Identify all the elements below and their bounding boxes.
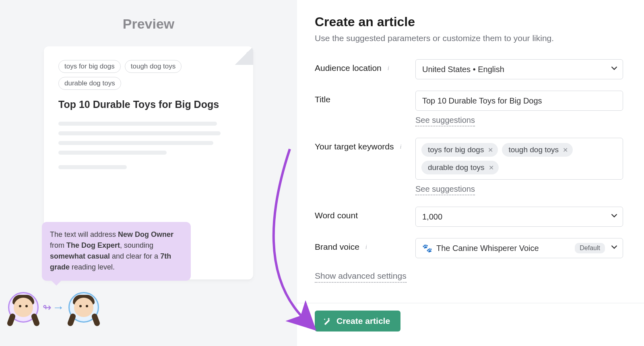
callout-text: and clear for a <box>110 252 160 260</box>
callout-tail-icon <box>51 280 62 286</box>
row-title: Title Top 10 Durable Toys for Big Dogs S… <box>315 91 623 126</box>
title-see-suggestions-link[interactable]: See suggestions <box>415 116 475 126</box>
callout-text: The text will address <box>50 230 118 238</box>
select-value: The Canine Whisperer Voice <box>436 244 539 253</box>
label-text: Brand voice <box>315 242 359 252</box>
placeholder-line <box>58 151 167 155</box>
input-value: Top 10 Durable Toys for Big Dogs <box>422 96 542 106</box>
chevron-down-icon <box>611 245 617 251</box>
callout-audience: New Dog Owner <box>118 230 173 238</box>
keyword-chip: toys for big dogs ✕ <box>421 143 498 157</box>
label-word-count: Word count <box>315 207 415 220</box>
select-value: United States • English <box>422 65 504 74</box>
label-audience-location: Audience location i <box>315 59 415 73</box>
keyword-text: tough dog toys <box>508 145 559 154</box>
preview-tags: toys for big dogs tough dog toys durable… <box>58 60 239 90</box>
preview-tag: tough dog toys <box>125 60 182 73</box>
placeholder-line <box>58 122 217 126</box>
keyword-chip: durable dog toys ✕ <box>421 161 499 174</box>
label-text: Title <box>315 95 330 104</box>
footer-divider <box>297 303 644 303</box>
placeholder-line <box>58 141 213 145</box>
title-input[interactable]: Top 10 Durable Toys for Big Dogs <box>415 91 623 111</box>
callout-text: , sounding <box>120 241 153 249</box>
default-badge: Default <box>575 243 605 253</box>
info-icon[interactable]: i <box>397 143 405 150</box>
keyword-text: toys for big dogs <box>428 145 484 154</box>
swap-arrow-icon: ↬→ <box>43 300 64 314</box>
show-advanced-settings-link[interactable]: Show advanced settings <box>315 271 407 283</box>
callout-text: reading level. <box>70 263 115 271</box>
label-brand-voice: Brand voice i <box>315 238 415 252</box>
keyword-chip: tough dog toys ✕ <box>502 143 573 157</box>
callout-brand: The Dog Expert <box>66 241 120 249</box>
row-keywords: Your target keywords i toys for big dogs… <box>315 138 623 195</box>
preview-article-title: Top 10 Durable Toys for Big Dogs <box>58 99 239 110</box>
remove-keyword-icon[interactable]: ✕ <box>563 146 568 154</box>
callout-text: from <box>50 241 66 249</box>
keyword-text: durable dog toys <box>428 163 485 172</box>
avatar-from <box>8 292 39 323</box>
tone-callout: The text will address New Dog Owner from… <box>42 222 191 281</box>
keywords-input[interactable]: toys for big dogs ✕ tough dog toys ✕ dur… <box>415 138 623 180</box>
row-brand-voice: Brand voice i 🐾 The Canine Whisperer Voi… <box>315 238 623 258</box>
preview-pane: Preview toys for big dogs tough dog toys… <box>0 0 297 346</box>
label-text: Your target keywords <box>315 142 394 151</box>
placeholder-line <box>58 131 221 135</box>
info-icon[interactable]: i <box>385 64 392 72</box>
chevron-down-icon <box>611 214 617 220</box>
keywords-see-suggestions-link[interactable]: See suggestions <box>415 184 475 195</box>
avatar-swap-row: ↬→ <box>8 292 99 323</box>
avatar-to <box>68 292 99 323</box>
label-title: Title <box>315 91 415 104</box>
preview-heading: Preview <box>0 16 297 32</box>
preview-tag: durable dog toys <box>58 77 121 90</box>
button-label: Create article <box>336 316 390 326</box>
form-subtitle: Use the suggested parameters or customiz… <box>315 33 623 43</box>
remove-keyword-icon[interactable]: ✕ <box>489 164 494 172</box>
form-title: Create an article <box>315 15 623 29</box>
word-count-select[interactable]: 1,000 <box>415 207 623 227</box>
remove-keyword-icon[interactable]: ✕ <box>488 146 493 154</box>
label-text: Audience location <box>315 63 382 73</box>
row-audience-location: Audience location i United States • Engl… <box>315 59 623 79</box>
callout-tone: somewhat casual <box>50 252 110 260</box>
magic-wand-icon <box>323 317 332 325</box>
paw-icon: 🐾 <box>422 243 432 253</box>
audience-location-select[interactable]: United States • English <box>415 59 623 79</box>
form-pane: Create an article Use the suggested para… <box>297 0 644 346</box>
chevron-down-icon <box>611 66 617 72</box>
folded-corner-icon <box>235 46 253 65</box>
label-keywords: Your target keywords i <box>315 138 415 151</box>
brand-voice-select[interactable]: 🐾 The Canine Whisperer Voice Default <box>415 238 623 258</box>
create-article-button[interactable]: Create article <box>315 311 400 331</box>
select-value: 1,000 <box>422 212 442 222</box>
placeholder-line <box>58 165 127 169</box>
preview-tag: toys for big dogs <box>58 60 121 73</box>
info-icon[interactable]: i <box>363 243 370 251</box>
label-text: Word count <box>315 211 358 220</box>
row-word-count: Word count 1,000 <box>315 207 623 227</box>
